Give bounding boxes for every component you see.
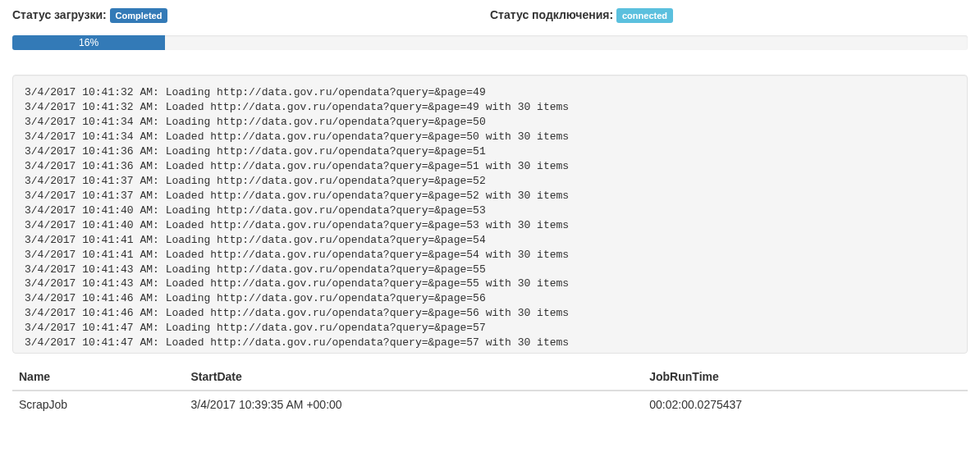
connection-status-label: Статус подключения: [490,8,613,21]
log-output[interactable]: 3/4/2017 10:41:32 AM: Loading http://dat… [12,75,968,354]
table-header-row: Name StartDate JobRunTime [12,363,968,391]
load-status-block: Статус загрузки: Completed [12,8,490,23]
progress-bar-container: 16% [12,35,968,50]
table-row: ScrapJob3/4/2017 10:39:35 AM +00:0000:02… [12,391,968,418]
load-status-badge: Completed [110,8,168,23]
connection-status-block: Статус подключения: connected [490,8,968,23]
col-header-name: Name [12,363,185,391]
cell-jobruntime: 00:02:00.0275437 [643,391,968,418]
cell-name: ScrapJob [12,391,185,418]
status-row: Статус загрузки: Completed Статус подклю… [12,8,968,23]
progress-bar-fill: 16% [12,35,165,50]
col-header-jobruntime: JobRunTime [643,363,968,391]
connection-status-badge: connected [616,8,673,23]
col-header-startdate: StartDate [185,363,643,391]
load-status-label: Статус загрузки: [12,8,107,21]
jobs-table: Name StartDate JobRunTime ScrapJob3/4/20… [12,363,968,418]
cell-startdate: 3/4/2017 10:39:35 AM +00:00 [185,391,643,418]
